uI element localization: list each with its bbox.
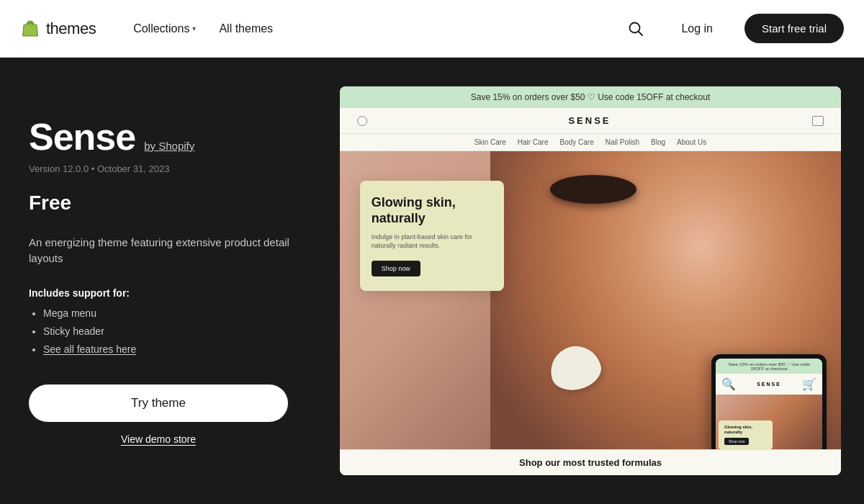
mobile-shop-button[interactable]: Shop now bbox=[724, 438, 749, 445]
mobile-cart-icon: 🛒 bbox=[802, 377, 816, 391]
support-section: Includes support for: Mega menu Sticky h… bbox=[29, 287, 317, 359]
search-icon bbox=[628, 21, 644, 37]
preview-card-title: Glowing skin, naturally bbox=[372, 195, 492, 226]
page-wrapper: themes Collections ▾ All themes Log in S… bbox=[0, 0, 864, 504]
preview-announcement-bar: Save 15% on orders over $50 ♡ Use code 1… bbox=[340, 86, 841, 108]
price-tag: Free bbox=[29, 192, 317, 215]
theme-description: An energizing theme featuring extensive … bbox=[29, 235, 317, 267]
mobile-brand: SENSE bbox=[757, 382, 781, 387]
logo-area: themes bbox=[20, 19, 96, 39]
mobile-search-icon: 🔍 bbox=[721, 377, 736, 391]
start-trial-button[interactable]: Start free trial bbox=[744, 14, 844, 43]
preview-nav-links: Skin Care Hair Care Body Care Nail Polis… bbox=[340, 134, 841, 151]
theme-author: by Shopify bbox=[144, 140, 194, 152]
svg-line-1 bbox=[639, 31, 643, 35]
mobile-card-title: Glowing skin, naturally bbox=[724, 425, 767, 435]
view-demo-link[interactable]: View demo store bbox=[29, 433, 288, 445]
preview-card-text: Indulge in plant-based skin care for nat… bbox=[372, 233, 492, 251]
author-link[interactable]: by Shopify bbox=[144, 140, 194, 152]
collections-nav-link[interactable]: Collections ▾ bbox=[125, 17, 204, 41]
login-link[interactable]: Log in bbox=[672, 17, 721, 41]
preview-cart-icon bbox=[812, 116, 824, 126]
preview-nav-left bbox=[357, 116, 367, 126]
preview-search-icon bbox=[357, 116, 367, 126]
shopify-logo-icon bbox=[20, 19, 40, 39]
main-content: Sense by Shopify Version 12.0.0 • Octobe… bbox=[0, 58, 864, 504]
preview-hero-card: Glowing skin, naturally Indulge in plant… bbox=[360, 181, 504, 290]
theme-title: Sense bbox=[29, 117, 135, 158]
cream-product-blob bbox=[546, 341, 606, 395]
support-title: Includes support for: bbox=[29, 287, 317, 299]
support-list: Mega menu Sticky header See all features… bbox=[29, 305, 317, 359]
mobile-announcement-bar: Save 15% on orders over $50 ♡ Use code 1… bbox=[716, 359, 822, 374]
left-panel: Sense by Shopify Version 12.0.0 • Octobe… bbox=[29, 86, 317, 475]
preview-shop-button[interactable]: Shop now bbox=[372, 261, 420, 276]
theme-preview-panel: Save 15% on orders over $50 ♡ Use code 1… bbox=[340, 86, 841, 475]
try-theme-button[interactable]: Try theme bbox=[29, 384, 288, 422]
title-row: Sense by Shopify bbox=[29, 117, 317, 158]
mobile-card: Glowing skin, naturally Shop now bbox=[719, 420, 773, 449]
version-info: Version 12.0.0 • October 31, 2023 bbox=[29, 163, 317, 174]
preview-bottom-text: Shop our most trusted formulas bbox=[340, 449, 841, 475]
chevron-down-icon: ▾ bbox=[192, 24, 196, 32]
nav-links: Collections ▾ All themes bbox=[125, 17, 282, 41]
preview-brand: SENSE bbox=[568, 115, 611, 126]
preview-navbar: SENSE bbox=[340, 108, 841, 134]
see-all-features-link[interactable]: See all features here bbox=[43, 343, 136, 355]
mobile-hero-image: Glowing skin, naturally Shop now bbox=[716, 395, 822, 449]
mobile-nav: 🔍 SENSE 🛒 bbox=[716, 374, 822, 395]
logo-text: themes bbox=[46, 19, 96, 38]
list-item: See all features here bbox=[43, 341, 317, 359]
search-button[interactable] bbox=[622, 15, 649, 42]
list-item: Sticky header bbox=[43, 323, 317, 341]
list-item: Mega menu bbox=[43, 305, 317, 323]
mobile-preview: Save 15% on orders over $50 ♡ Use code 1… bbox=[711, 354, 827, 449]
all-themes-nav-link[interactable]: All themes bbox=[210, 17, 282, 41]
navbar: themes Collections ▾ All themes Log in S… bbox=[0, 0, 864, 58]
mobile-inner: Save 15% on orders over $50 ♡ Use code 1… bbox=[716, 359, 822, 449]
preview-body: Glowing skin, naturally Indulge in plant… bbox=[340, 151, 841, 449]
